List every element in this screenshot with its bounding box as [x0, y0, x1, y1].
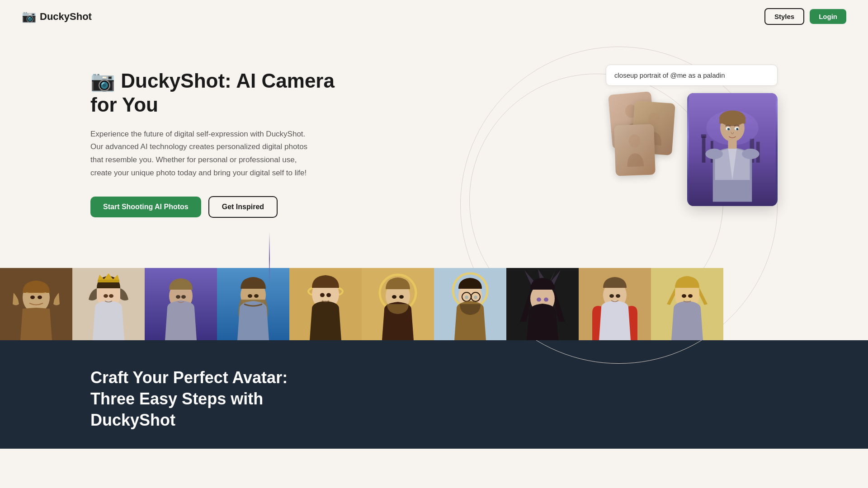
svg-point-20	[728, 128, 730, 130]
avatar-male-saint	[362, 268, 434, 340]
avatar-sorceress	[506, 268, 579, 340]
avatar-young-royal	[579, 268, 651, 340]
svg-point-70	[688, 294, 693, 298]
source-photo-3	[614, 124, 656, 176]
gallery-item	[362, 268, 434, 340]
hero-demo: closeup portrait of @me as a paladin	[606, 65, 778, 206]
svg-rect-12	[719, 117, 745, 123]
demo-images-area	[606, 93, 778, 206]
gallery-item	[0, 268, 72, 340]
gallery-item	[145, 268, 217, 340]
svg-point-60	[537, 298, 541, 302]
hero-buttons: Start Shooting AI Photos Get Inspired	[90, 196, 344, 218]
gallery-item	[72, 268, 145, 340]
gallery-strip	[0, 268, 868, 340]
svg-point-14	[742, 149, 759, 159]
svg-point-65	[616, 294, 620, 298]
person-silhouette-3	[622, 131, 648, 169]
svg-rect-5	[701, 134, 707, 138]
svg-point-35	[181, 295, 186, 299]
navbar: 📷 DuckyShot Styles Login	[0, 0, 868, 33]
gallery-item	[434, 268, 506, 340]
svg-point-30	[104, 294, 108, 298]
svg-point-24	[30, 296, 35, 299]
login-button[interactable]: Login	[810, 9, 846, 24]
hero-content: 📷 DuckyShot: AI Camera for You Experienc…	[90, 60, 344, 218]
source-photos-stack	[606, 93, 678, 183]
avatar-modern-saint	[434, 268, 506, 340]
connector-line	[269, 232, 270, 286]
styles-button[interactable]: Styles	[764, 8, 804, 25]
avatar-queen	[72, 268, 145, 340]
svg-rect-29	[98, 280, 119, 282]
svg-point-64	[609, 294, 614, 298]
svg-point-2	[628, 134, 641, 148]
gallery-item	[506, 268, 579, 340]
hero-title-text: 📷 DuckyShot: AI Camera for You	[90, 70, 335, 116]
avatar-viking	[0, 268, 72, 340]
avatar-female-saint	[289, 268, 362, 340]
svg-point-39	[254, 294, 259, 298]
logo-emoji: 📷	[22, 9, 36, 23]
svg-point-38	[248, 294, 252, 298]
gallery-item	[579, 268, 651, 340]
gallery-item	[651, 268, 723, 340]
svg-point-50	[399, 295, 404, 299]
bottom-title: Craft Your Perfect Avatar: Three Easy St…	[90, 367, 316, 431]
hero-section: 📷 DuckyShot: AI Camera for You Experienc…	[0, 33, 868, 259]
bottom-section: Craft Your Perfect Avatar: Three Easy St…	[0, 340, 868, 449]
svg-point-13	[705, 149, 722, 159]
svg-point-31	[109, 294, 113, 298]
nav-right: Styles Login	[764, 8, 846, 25]
get-inspired-button[interactable]: Get Inspired	[208, 196, 278, 218]
svg-point-34	[176, 295, 180, 299]
svg-point-61	[544, 298, 548, 302]
brand-name: DuckyShot	[40, 11, 92, 23]
svg-point-69	[682, 294, 686, 298]
svg-point-56	[465, 296, 468, 299]
svg-point-25	[38, 296, 42, 299]
avatar-blonde-royal	[651, 268, 723, 340]
gallery-item	[217, 268, 289, 340]
start-shooting-button[interactable]: Start Shooting AI Photos	[90, 197, 201, 217]
svg-point-49	[392, 295, 396, 299]
hero-title: 📷 DuckyShot: AI Camera for You	[90, 69, 344, 117]
demo-result-image	[687, 93, 778, 206]
svg-point-45	[326, 293, 331, 297]
gallery-item	[289, 268, 362, 340]
logo: 📷 DuckyShot	[22, 9, 92, 23]
svg-point-44	[320, 293, 325, 297]
brand-in-title: DuckyShot	[121, 70, 225, 92]
svg-rect-15	[728, 140, 736, 149]
svg-point-21	[737, 128, 738, 130]
avatar-king	[217, 268, 289, 340]
svg-rect-4	[702, 136, 706, 163]
demo-prompt-input[interactable]: closeup portrait of @me as a paladin	[606, 65, 778, 86]
avatar-young-knight	[145, 268, 217, 340]
svg-point-57	[474, 296, 477, 299]
hero-description: Experience the future of digital self-ex…	[90, 128, 316, 180]
paladin-artwork	[687, 93, 778, 206]
